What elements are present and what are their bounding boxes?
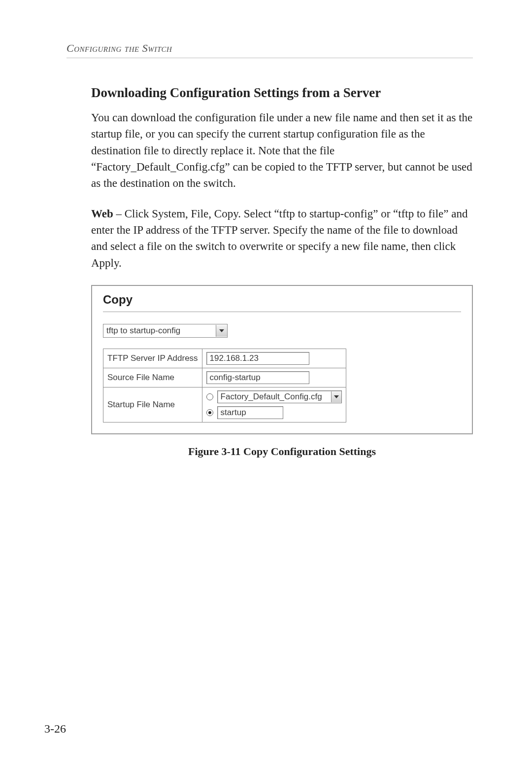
startup-file-select-label: Factory_Default_Config.cfg [218, 391, 331, 403]
screenshot-panel: Copy tftp to startup-config TFTP Server … [91, 285, 473, 434]
ip-label-cell: TFTP Server IP Address [103, 349, 202, 368]
body-paragraph-2: Web – Click System, File, Copy. Select “… [91, 206, 473, 271]
page-number: 3-26 [44, 722, 66, 736]
copy-mode-select-label: tftp to startup-config [103, 325, 216, 337]
startup-new-radio[interactable] [206, 409, 213, 416]
section-title: Downloading Configuration Settings from … [91, 85, 473, 101]
table-row: Startup File Name Factory_Default_Config… [103, 387, 346, 422]
source-file-input[interactable]: config-startup [206, 371, 309, 384]
tftp-ip-input[interactable]: 192.168.1.23 [206, 352, 309, 365]
panel-title: Copy [103, 293, 461, 312]
table-row: TFTP Server IP Address 192.168.1.23 [103, 349, 346, 368]
copy-form-table: TFTP Server IP Address 192.168.1.23 Sour… [103, 349, 346, 422]
startup-label-cell: Startup File Name [103, 387, 202, 422]
chevron-down-icon [334, 395, 339, 398]
horizontal-rule [66, 58, 473, 58]
running-head: Configuring the Switch [66, 42, 473, 55]
source-label-cell: Source File Name [103, 368, 202, 387]
startup-existing-radio[interactable] [206, 393, 213, 400]
dropdown-button[interactable] [331, 391, 341, 402]
table-row: Source File Name config-startup [103, 368, 346, 387]
startup-new-input[interactable]: startup [217, 406, 283, 419]
web-lead: Web [91, 208, 113, 220]
dropdown-button[interactable] [216, 325, 227, 337]
figure-caption: Figure 3-11 Copy Configuration Settings [91, 445, 473, 458]
chevron-down-icon [219, 329, 224, 332]
web-rest: – Click System, File, Copy. Select “tftp… [91, 208, 467, 269]
startup-file-select[interactable]: Factory_Default_Config.cfg [217, 390, 342, 403]
body-paragraph-1: You can download the configuration file … [91, 109, 473, 192]
copy-mode-select[interactable]: tftp to startup-config [103, 324, 228, 338]
